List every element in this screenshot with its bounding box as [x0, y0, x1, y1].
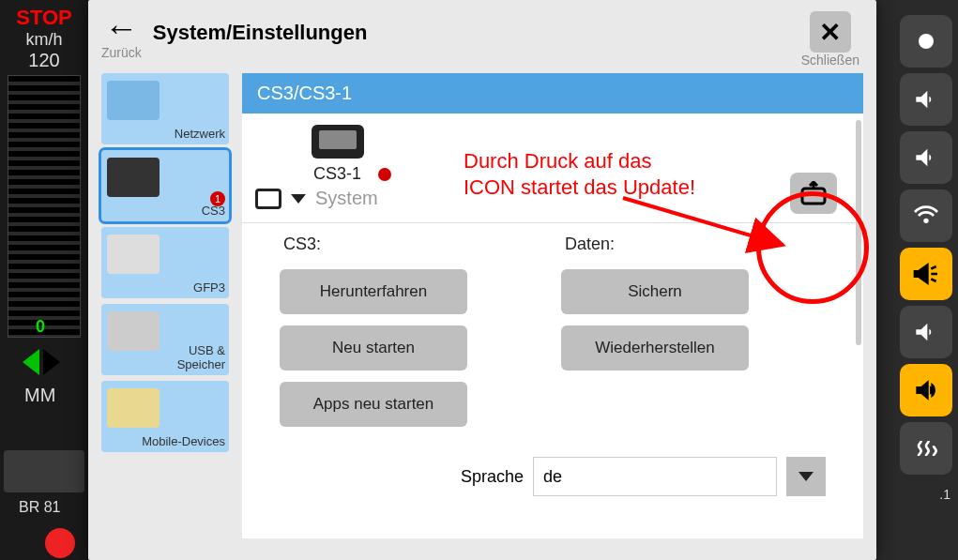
caret-down-icon [291, 194, 306, 204]
sidebar-item-cs3[interactable]: CS3 1 [101, 150, 229, 221]
language-row: Sprache de [242, 447, 863, 506]
sidebar-item-usb[interactable]: USB & Speicher [101, 304, 229, 375]
gfp3-icon [107, 235, 160, 274]
svg-rect-2 [802, 189, 825, 204]
locomotive-image[interactable] [4, 450, 84, 492]
sidebar-item-label: CS3 [202, 204, 225, 218]
func-sound2-button[interactable] [900, 131, 952, 184]
cs3-column: CS3: Herunterfahren Neu starten Apps neu… [280, 235, 467, 427]
restart-apps-button[interactable]: Apps neu starten [280, 382, 467, 427]
func-steam-button[interactable] [900, 422, 952, 475]
update-badge: 1 [210, 191, 225, 206]
language-value: de [543, 467, 562, 487]
arrow-left-icon[interactable] [23, 349, 39, 375]
backup-button[interactable]: Sichern [561, 269, 749, 314]
data-column: Daten: Sichern Wiederherstellen [561, 235, 749, 427]
dialog-header: ← Zurück System/Einstellungen ✕ Schließe… [88, 0, 876, 73]
function-panel: .1 [894, 0, 958, 560]
update-button[interactable] [790, 173, 837, 214]
dialog-title: System/Einstellungen [153, 11, 790, 45]
language-dropdown-button[interactable] [786, 457, 826, 496]
settings-content: CS3/CS3-1 CS3-1 System CS3: [242, 73, 863, 538]
actions-area: CS3: Herunterfahren Neu starten Apps neu… [242, 223, 863, 438]
update-indicator-icon [378, 168, 391, 181]
speed-value: 120 [0, 50, 88, 71]
device-icon [312, 125, 364, 159]
settings-dialog: ← Zurück System/Einstellungen ✕ Schließe… [88, 0, 876, 560]
annotation-text: Durch Druck auf das ICON startet das Upd… [464, 148, 695, 200]
func-wifi-button[interactable] [900, 189, 952, 242]
cs3-icon [107, 158, 160, 197]
language-label: Sprache [461, 467, 524, 487]
locomotive-name: BR 81 [19, 499, 60, 516]
dialog-body: Netzwerk CS3 1 GFP3 USB & Speicher Mobil… [88, 73, 876, 552]
stop-button[interactable] [45, 528, 75, 558]
sidebar-item-label: Mobile-Devices [142, 434, 225, 448]
stop-label: STOP [0, 0, 88, 30]
language-select[interactable]: de [533, 457, 777, 496]
system-icon [255, 189, 281, 209]
close-icon: ✕ [810, 11, 851, 53]
version-label: .1 [939, 487, 950, 502]
sidebar-item-label: Netzwerk [175, 127, 225, 141]
network-icon [107, 81, 160, 120]
sidebar-item-mobile[interactable]: Mobile-Devices [101, 381, 229, 452]
kmh-label: km/h [0, 30, 88, 50]
back-label: Zurück [101, 45, 142, 60]
sidebar-item-network[interactable]: Netzwerk [101, 73, 229, 144]
func-sound3-button[interactable] [900, 306, 952, 358]
device-name: CS3-1 [313, 164, 361, 184]
back-arrow-icon: ← [104, 11, 138, 45]
func-light-button[interactable] [900, 15, 952, 68]
gauge-zero: 0 [36, 317, 45, 337]
content-scrollbar[interactable] [856, 120, 861, 345]
back-button[interactable]: ← Zurück [101, 11, 142, 60]
mm-label: MM [24, 385, 55, 406]
shutdown-button[interactable]: Herunterfahren [280, 269, 467, 314]
data-column-title: Daten: [565, 235, 749, 254]
cs3-column-title: CS3: [283, 235, 467, 254]
system-label: System [315, 188, 378, 209]
update-icon [799, 181, 828, 205]
sidebar-item-label: USB & Speicher [141, 343, 225, 371]
left-status-panel: STOP km/h 120 0 MM BR 81 [0, 0, 88, 560]
restart-button[interactable]: Neu starten [280, 325, 467, 371]
chevron-down-icon [798, 472, 814, 481]
close-button[interactable]: ✕ Schließen [801, 11, 859, 68]
arrow-right-icon[interactable] [43, 349, 60, 375]
svg-point-1 [923, 219, 928, 223]
settings-sidebar: Netzwerk CS3 1 GFP3 USB & Speicher Mobil… [101, 73, 229, 538]
func-horn-button[interactable] [900, 248, 952, 300]
speed-gauge[interactable] [8, 75, 81, 338]
func-speaker-button[interactable] [900, 364, 952, 416]
svg-point-0 [919, 34, 934, 49]
restore-button[interactable]: Wiederherstellen [561, 325, 749, 371]
sidebar-item-gfp3[interactable]: GFP3 [101, 227, 229, 298]
direction-arrows[interactable] [23, 349, 60, 375]
content-header: CS3/CS3-1 [242, 73, 863, 114]
sidebar-item-label: GFP3 [193, 280, 225, 295]
close-label: Schließen [801, 53, 859, 68]
mobile-icon [107, 388, 160, 428]
func-sound1-button[interactable] [900, 73, 952, 126]
